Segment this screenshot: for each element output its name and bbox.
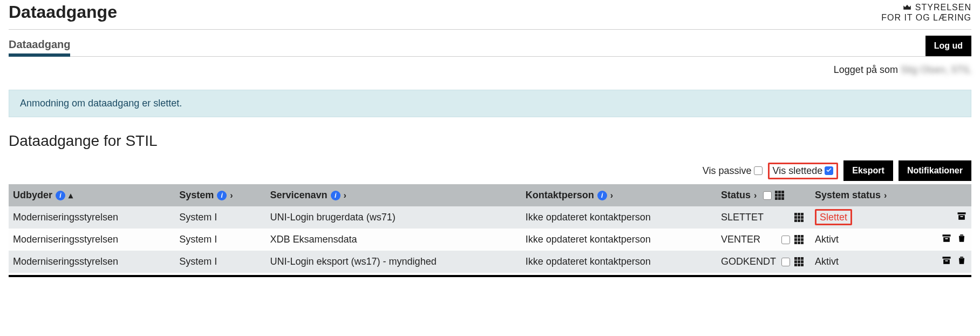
cell-system-status: Aktivt [811, 229, 928, 251]
cell-kontaktperson: Ikke opdateret kontaktperson [521, 206, 717, 229]
cell-udbyder: Moderniseringsstyrelsen [9, 251, 175, 273]
chevron-right-icon: › [344, 191, 346, 200]
cell-status: VENTER [717, 229, 811, 251]
brand-logo: STYRELSEN FOR IT OG LÆRING [881, 2, 971, 23]
trash-icon[interactable] [956, 255, 967, 268]
col-system[interactable]: System i › [175, 184, 266, 206]
status-value: GODKENDT [721, 256, 776, 267]
col-kontaktperson-label: Kontaktperson [526, 190, 594, 201]
system-status-highlight: Slettet [815, 209, 852, 225]
section-title: Dataadgange for STIL [9, 132, 971, 150]
system-status-value: Aktivt [815, 256, 839, 267]
vis-slettede-checkbox[interactable] [825, 166, 833, 175]
grid-icon[interactable] [794, 235, 804, 245]
sort-asc-icon: ▴ [69, 190, 73, 200]
info-icon[interactable]: i [597, 191, 607, 200]
archive-icon[interactable] [956, 211, 967, 224]
vis-passive-checkbox[interactable] [754, 166, 763, 175]
row-select-checkbox[interactable] [781, 258, 790, 266]
cell-actions [928, 229, 971, 251]
tab-underline [9, 53, 70, 57]
table-footer-rule [9, 275, 971, 277]
col-status-label: Status [721, 190, 751, 201]
cell-system: System I [175, 251, 266, 273]
table-row: ModerniseringsstyrelsenSystem IXDB Eksam… [9, 229, 971, 251]
alert-banner: Anmodning om dataadgang er slettet. [9, 90, 971, 117]
cell-status: GODKENDT [717, 251, 811, 273]
crown-icon [902, 3, 912, 12]
cell-udbyder: Moderniseringsstyrelsen [9, 229, 175, 251]
status-value: VENTER [721, 234, 760, 245]
info-icon[interactable]: i [331, 191, 341, 200]
row-select-checkbox[interactable] [781, 236, 790, 244]
col-actions [928, 184, 971, 206]
cell-kontaktperson: Ikke opdateret kontaktperson [521, 229, 717, 251]
col-udbyder-label: Udbyder [13, 190, 52, 201]
dataadgange-table: Udbyder i ▴ System i › Servicenavn i › K… [9, 184, 971, 273]
archive-icon[interactable] [941, 255, 952, 268]
grid-icon[interactable] [794, 213, 804, 223]
table-row: ModerniseringsstyrelsenSystem IUNI-Login… [9, 251, 971, 273]
col-servicenavn-label: Servicenavn [270, 190, 328, 201]
check-icon [826, 167, 832, 174]
col-system-status-label: System status [815, 190, 881, 201]
brand-line1: STYRELSEN [915, 2, 971, 12]
alert-text: Anmodning om dataadgang er slettet. [20, 98, 182, 109]
page-title: Dataadgange [9, 2, 117, 22]
select-all-checkbox[interactable] [763, 191, 772, 200]
trash-icon[interactable] [956, 233, 967, 246]
tab-dataadgang[interactable]: Dataadgang [9, 35, 70, 56]
col-system-label: System [179, 190, 214, 201]
cell-status: SLETTET [717, 206, 811, 229]
login-prefix: Logget på som [834, 64, 898, 75]
cell-kontaktperson: Ikke opdateret kontaktperson [521, 251, 717, 273]
table-row: ModerniseringsstyrelsenSystem IUNI-Login… [9, 206, 971, 229]
cell-system: System I [175, 229, 266, 251]
chevron-right-icon: › [884, 191, 887, 200]
logout-button[interactable]: Log ud [925, 36, 971, 56]
info-icon[interactable]: i [217, 191, 227, 200]
chevron-right-icon: › [610, 191, 613, 200]
cell-udbyder: Moderniseringsstyrelsen [9, 206, 175, 229]
cell-system-status: Aktivt [811, 251, 928, 273]
grid-icon[interactable] [775, 191, 785, 200]
cell-system: System I [175, 206, 266, 229]
cell-actions [928, 206, 971, 229]
col-kontaktperson[interactable]: Kontaktperson i › [521, 184, 717, 206]
grid-icon[interactable] [794, 257, 804, 267]
vis-slettede-highlight: Vis slettede [768, 163, 839, 179]
col-system-status[interactable]: System status › [811, 184, 928, 206]
info-icon[interactable]: i [56, 191, 65, 200]
archive-icon[interactable] [941, 233, 952, 246]
vis-slettede-label: Vis slettede [773, 165, 823, 177]
vis-passive-label: Vis passive [703, 165, 752, 177]
tab-label: Dataadgang [9, 38, 70, 50]
login-info: Logget på som Stig Olsen, STIL [9, 57, 971, 85]
system-status-value: Aktivt [815, 234, 839, 245]
col-servicenavn[interactable]: Servicenavn i › [266, 184, 521, 206]
vis-slettede-toggle[interactable]: Vis slettede [773, 165, 834, 177]
status-value: SLETTET [721, 212, 764, 223]
system-status-value: Slettet [820, 212, 847, 223]
cell-servicenavn: XDB Eksamensdata [266, 229, 521, 251]
login-username: Stig Olsen, STIL [901, 64, 971, 76]
cell-system-status: Slettet [811, 206, 928, 229]
col-status[interactable]: Status › [717, 184, 811, 206]
col-udbyder[interactable]: Udbyder i ▴ [9, 184, 175, 206]
cell-actions [928, 251, 971, 273]
eksport-button[interactable]: Eksport [843, 160, 893, 181]
notifikationer-button[interactable]: Notifikationer [899, 160, 971, 181]
cell-servicenavn: UNI-Login eksport (ws17) - myndighed [266, 251, 521, 273]
chevron-right-icon: › [230, 191, 233, 200]
brand-line2: FOR IT OG LÆRING [881, 12, 971, 23]
cell-servicenavn: UNI-Login brugerdata (ws71) [266, 206, 521, 229]
chevron-right-icon: › [754, 191, 757, 200]
vis-passive-toggle[interactable]: Vis passive [703, 165, 763, 177]
